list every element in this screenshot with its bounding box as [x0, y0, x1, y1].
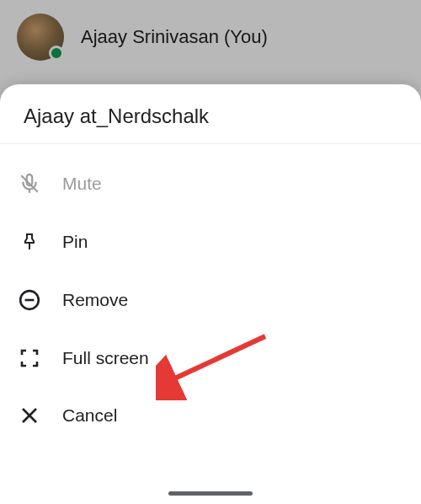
- fullscreen-label: Full screen: [62, 348, 149, 368]
- fullscreen-item[interactable]: Full screen: [0, 330, 421, 387]
- action-sheet: Ajaay at_Nerdschalk Mute Pin: [0, 84, 421, 504]
- pin-item[interactable]: Pin: [0, 213, 421, 271]
- cancel-item[interactable]: Cancel: [0, 387, 421, 444]
- home-indicator: [168, 491, 253, 496]
- remove-label: Remove: [62, 290, 128, 310]
- sheet-title: Ajaay at_Nerdschalk: [0, 84, 421, 144]
- menu: Mute Pin Remove: [0, 144, 421, 444]
- remove-icon: [17, 289, 42, 311]
- mute-label: Mute: [62, 174, 102, 194]
- pin-label: Pin: [62, 232, 88, 252]
- cancel-label: Cancel: [62, 405, 117, 426]
- mute-icon: [17, 173, 42, 195]
- remove-item[interactable]: Remove: [0, 271, 421, 330]
- close-icon: [17, 405, 42, 426]
- fullscreen-icon: [17, 348, 42, 368]
- mute-item: Mute: [0, 154, 421, 213]
- pin-icon: [17, 232, 42, 252]
